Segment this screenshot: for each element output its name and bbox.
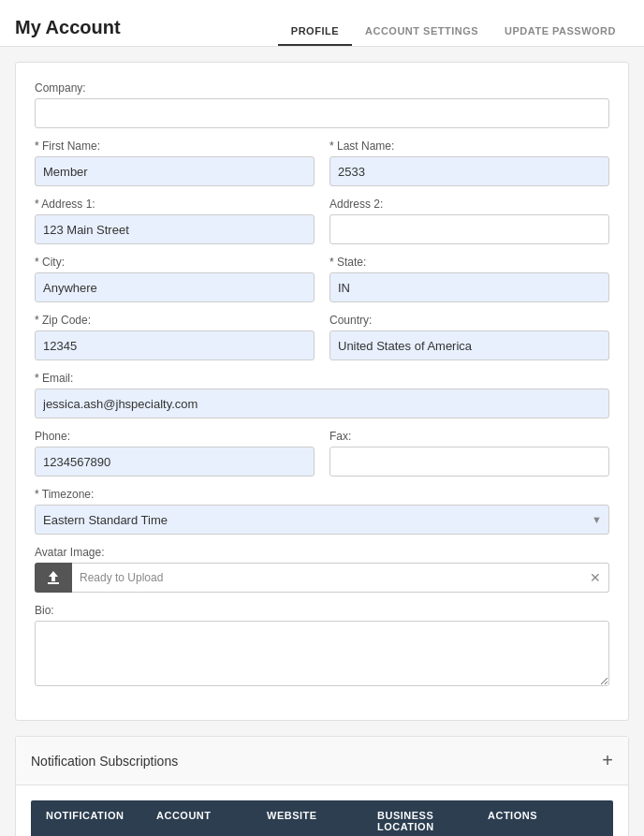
col-actions: ACTIONS xyxy=(488,810,598,832)
company-row: Company: xyxy=(35,81,609,128)
timezone-row: * Timezone: Eastern Standard Time Centra… xyxy=(35,488,609,535)
timezone-select[interactable]: Eastern Standard Time Central Standard T… xyxy=(35,505,609,535)
last-name-label: * Last Name: xyxy=(329,139,609,153)
bio-textarea[interactable] xyxy=(35,621,609,686)
state-group: * State: xyxy=(329,256,609,302)
country-group: Country: xyxy=(329,314,609,360)
email-input[interactable] xyxy=(35,389,609,418)
email-label: * Email: xyxy=(35,372,609,385)
upload-icon xyxy=(46,570,61,585)
first-name-input[interactable] xyxy=(35,156,315,186)
avatar-group: Avatar Image: Ready to Upload ✕ xyxy=(35,546,609,593)
address1-input[interactable] xyxy=(35,214,315,244)
zip-country-row: * Zip Code: Country: xyxy=(35,314,609,360)
city-state-row: * City: * State: xyxy=(35,256,609,302)
name-row: * First Name: * Last Name: xyxy=(35,139,609,186)
address1-label: * Address 1: xyxy=(35,198,315,211)
email-group: * Email: xyxy=(35,372,609,418)
fax-group: Fax: xyxy=(329,430,609,477)
phone-fax-row: Phone: Fax: xyxy=(35,430,609,477)
address2-label: Address 2: xyxy=(329,198,609,211)
state-input[interactable] xyxy=(329,272,609,302)
phone-group: Phone: xyxy=(35,430,315,477)
phone-label: Phone: xyxy=(35,430,315,443)
company-label: Company: xyxy=(35,81,609,95)
upload-filename: Ready to Upload xyxy=(72,563,582,593)
company-group: Company: xyxy=(35,81,609,128)
page-title: My Account xyxy=(15,17,121,46)
col-website: WEBSITE xyxy=(267,810,377,832)
tab-account-settings[interactable]: ACCOUNT SETTINGS xyxy=(352,18,491,46)
address2-input[interactable] xyxy=(329,214,609,244)
zip-group: * Zip Code: xyxy=(35,314,315,360)
tab-update-password[interactable]: UPDATE PASSWORD xyxy=(491,18,629,46)
avatar-row: Avatar Image: Ready to Upload ✕ xyxy=(35,546,609,593)
notification-expand-button[interactable]: + xyxy=(602,750,613,771)
notification-header: Notification Subscriptions + xyxy=(16,737,628,785)
city-label: * City: xyxy=(35,256,315,269)
notification-title: Notification Subscriptions xyxy=(31,754,178,769)
country-input[interactable] xyxy=(329,330,609,360)
bio-label: Bio: xyxy=(35,604,609,617)
tab-profile[interactable]: PROFILE xyxy=(278,18,352,46)
upload-button[interactable] xyxy=(35,563,72,593)
fax-label: Fax: xyxy=(329,430,609,443)
first-name-label: * First Name: xyxy=(35,139,315,153)
main-content: Company: * First Name: * Last Name: * Ad… xyxy=(0,47,644,836)
fax-input[interactable] xyxy=(329,447,609,477)
avatar-upload-row: Ready to Upload ✕ xyxy=(35,563,609,593)
col-notification: NOTIFICATION xyxy=(46,810,156,832)
address-row: * Address 1: Address 2: xyxy=(35,198,609,244)
nav-tabs: PROFILE ACCOUNT SETTINGS UPDATE PASSWORD xyxy=(278,18,629,46)
notification-section: Notification Subscriptions + NOTIFICATIO… xyxy=(15,736,629,836)
timezone-group: * Timezone: Eastern Standard Time Centra… xyxy=(35,488,609,535)
zip-input[interactable] xyxy=(35,330,315,360)
timezone-wrapper: Eastern Standard Time Central Standard T… xyxy=(35,505,609,535)
email-row: * Email: xyxy=(35,372,609,418)
page-header: My Account PROFILE ACCOUNT SETTINGS UPDA… xyxy=(0,0,644,47)
avatar-label: Avatar Image: xyxy=(35,546,609,559)
upload-clear-button[interactable]: ✕ xyxy=(582,563,609,593)
company-input[interactable] xyxy=(35,98,609,128)
last-name-input[interactable] xyxy=(329,156,609,186)
address1-group: * Address 1: xyxy=(35,198,315,244)
notification-body: NOTIFICATION ACCOUNT WEBSITE BUSINESS LO… xyxy=(16,800,628,836)
profile-form-card: Company: * First Name: * Last Name: * Ad… xyxy=(15,62,629,721)
zip-label: * Zip Code: xyxy=(35,314,315,327)
city-group: * City: xyxy=(35,256,315,302)
notification-table-header: NOTIFICATION ACCOUNT WEBSITE BUSINESS LO… xyxy=(31,800,613,836)
timezone-label: * Timezone: xyxy=(35,488,609,501)
state-label: * State: xyxy=(329,256,609,269)
address2-group: Address 2: xyxy=(329,198,609,244)
city-input[interactable] xyxy=(35,272,315,302)
phone-input[interactable] xyxy=(35,447,315,477)
last-name-group: * Last Name: xyxy=(329,139,609,186)
first-name-group: * First Name: xyxy=(35,139,315,186)
bio-row: Bio: xyxy=(35,604,609,686)
col-business-location: BUSINESS LOCATION xyxy=(377,810,488,832)
bio-group: Bio: xyxy=(35,604,609,686)
col-account: ACCOUNT xyxy=(156,810,267,832)
country-label: Country: xyxy=(329,314,609,327)
